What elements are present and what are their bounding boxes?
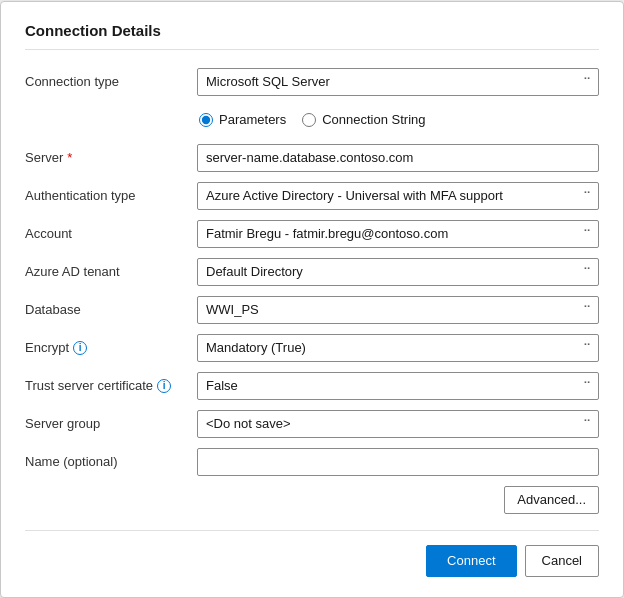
connection-type-control: Microsoft SQL Server PostgreSQL MySQL ⠉ bbox=[197, 68, 599, 96]
footer-row: Connect Cancel bbox=[25, 530, 599, 577]
encrypt-info-icon[interactable]: i bbox=[73, 341, 87, 355]
trust-cert-select[interactable]: False True bbox=[197, 372, 599, 400]
encrypt-row: Encrypt i Mandatory (True) Optional (Fal… bbox=[25, 334, 599, 362]
encrypt-select-wrapper: Mandatory (True) Optional (False) Strict… bbox=[197, 334, 599, 362]
dialog-title: Connection Details bbox=[25, 22, 599, 50]
database-label: Database bbox=[25, 302, 197, 317]
name-optional-control bbox=[197, 448, 599, 476]
server-group-control: <Do not save> ⠉ bbox=[197, 410, 599, 438]
trust-cert-control: False True ⠉ bbox=[197, 372, 599, 400]
account-label: Account bbox=[25, 226, 197, 241]
trust-cert-select-wrapper: False True ⠉ bbox=[197, 372, 599, 400]
advanced-button[interactable]: Advanced... bbox=[504, 486, 599, 514]
auth-type-select[interactable]: Azure Active Directory - Universal with … bbox=[197, 182, 599, 210]
server-group-select-wrapper: <Do not save> ⠉ bbox=[197, 410, 599, 438]
azure-ad-tenant-row: Azure AD tenant Default Directory ⠉ bbox=[25, 258, 599, 286]
connect-button[interactable]: Connect bbox=[426, 545, 516, 577]
database-control: WWI_PS ⠉ bbox=[197, 296, 599, 324]
auth-type-control: Azure Active Directory - Universal with … bbox=[197, 182, 599, 210]
radio-row: Parameters Connection String bbox=[197, 106, 599, 134]
account-control: Fatmir Bregu - fatmir.bregu@contoso.com … bbox=[197, 220, 599, 248]
azure-ad-tenant-label: Azure AD tenant bbox=[25, 264, 197, 279]
azure-ad-tenant-select[interactable]: Default Directory bbox=[197, 258, 599, 286]
server-label: Server * bbox=[25, 150, 197, 165]
account-row: Account Fatmir Bregu - fatmir.bregu@cont… bbox=[25, 220, 599, 248]
radio-parameters-label: Parameters bbox=[219, 112, 286, 127]
radio-parameters-option[interactable]: Parameters bbox=[199, 112, 286, 127]
advanced-button-row: Advanced... bbox=[25, 486, 599, 514]
connection-type-label: Connection type bbox=[25, 74, 197, 89]
connection-type-select-wrapper: Microsoft SQL Server PostgreSQL MySQL ⠉ bbox=[197, 68, 599, 96]
auth-type-row: Authentication type Azure Active Directo… bbox=[25, 182, 599, 210]
required-star: * bbox=[67, 150, 72, 165]
name-optional-label: Name (optional) bbox=[25, 454, 197, 469]
server-control bbox=[197, 144, 599, 172]
encrypt-control: Mandatory (True) Optional (False) Strict… bbox=[197, 334, 599, 362]
trust-cert-label: Trust server certificate i bbox=[25, 378, 197, 393]
name-optional-input[interactable] bbox=[197, 448, 599, 476]
trust-cert-row: Trust server certificate i False True ⠉ bbox=[25, 372, 599, 400]
auth-type-select-wrapper: Azure Active Directory - Universal with … bbox=[197, 182, 599, 210]
auth-type-label: Authentication type bbox=[25, 188, 197, 203]
connection-type-select[interactable]: Microsoft SQL Server PostgreSQL MySQL bbox=[197, 68, 599, 96]
radio-parameters-input[interactable] bbox=[199, 113, 213, 127]
server-group-row: Server group <Do not save> ⠉ bbox=[25, 410, 599, 438]
radio-connection-string-option[interactable]: Connection String bbox=[302, 112, 425, 127]
account-select[interactable]: Fatmir Bregu - fatmir.bregu@contoso.com bbox=[197, 220, 599, 248]
radio-connection-string-input[interactable] bbox=[302, 113, 316, 127]
database-select-wrapper: WWI_PS ⠉ bbox=[197, 296, 599, 324]
connection-type-row: Connection type Microsoft SQL Server Pos… bbox=[25, 68, 599, 96]
radio-connection-string-label: Connection String bbox=[322, 112, 425, 127]
azure-ad-tenant-select-wrapper: Default Directory ⠉ bbox=[197, 258, 599, 286]
database-select[interactable]: WWI_PS bbox=[197, 296, 599, 324]
cancel-button[interactable]: Cancel bbox=[525, 545, 599, 577]
encrypt-label: Encrypt i bbox=[25, 340, 197, 355]
server-input[interactable] bbox=[197, 144, 599, 172]
server-row: Server * bbox=[25, 144, 599, 172]
database-row: Database WWI_PS ⠉ bbox=[25, 296, 599, 324]
trust-cert-info-icon[interactable]: i bbox=[157, 379, 171, 393]
account-select-wrapper: Fatmir Bregu - fatmir.bregu@contoso.com … bbox=[197, 220, 599, 248]
azure-ad-tenant-control: Default Directory ⠉ bbox=[197, 258, 599, 286]
server-group-select[interactable]: <Do not save> bbox=[197, 410, 599, 438]
connection-details-dialog: Connection Details Connection type Micro… bbox=[0, 1, 624, 598]
radio-group: Parameters Connection String bbox=[197, 112, 426, 127]
name-optional-row: Name (optional) bbox=[25, 448, 599, 476]
server-group-label: Server group bbox=[25, 416, 197, 431]
encrypt-select[interactable]: Mandatory (True) Optional (False) Strict… bbox=[197, 334, 599, 362]
